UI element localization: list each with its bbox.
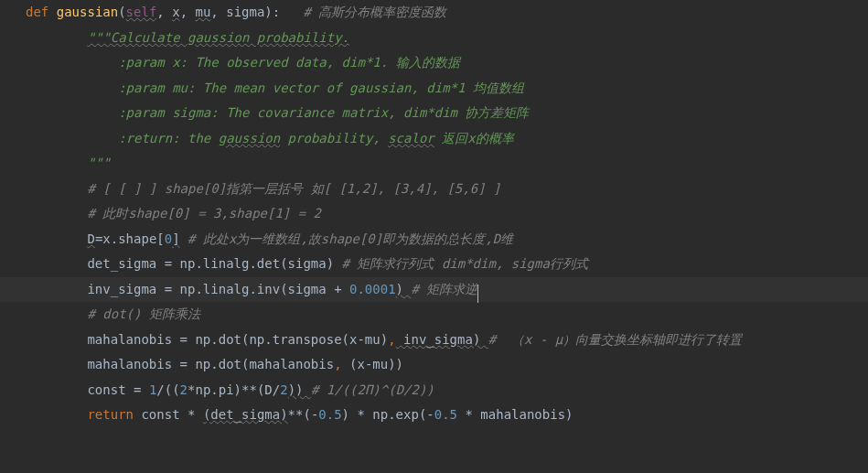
docstring: :return: the: [118, 131, 219, 145]
param-self: self: [126, 5, 157, 19]
indent: [26, 231, 87, 246]
comment: # 矩阵求行列式 dim*dim, sigma行列式: [342, 256, 588, 271]
number: 0.0001: [349, 282, 396, 296]
param: mu: [195, 5, 210, 19]
code-text: inv_sigma = np.linalg.inv(sigma +: [87, 282, 349, 296]
code-text: mahalanobis = np.dot(np.transpose(x-mu): [87, 332, 388, 347]
indent: [26, 30, 87, 45]
docstring-end: """: [87, 156, 110, 170]
indent: [26, 81, 118, 95]
comment: # 此处x为一维数组,故shape[0]即为数据的总长度,D维: [188, 231, 513, 246]
param: sigma: [226, 5, 264, 19]
code-line[interactable]: def gaussian(self, x, mu, sigma): # 高斯分布…: [0, 0, 868, 26]
comment: # 矩阵求逆: [411, 282, 477, 296]
docstring: :param x: The observed data, dim*1. 输入的数…: [118, 55, 459, 70]
code-editor[interactable]: def gaussian(self, x, mu, sigma): # 高斯分布…: [0, 0, 868, 442]
keyword: return: [87, 407, 134, 422]
indent: [26, 181, 87, 196]
docstring: """Calculate gaussion probability.: [87, 30, 349, 45]
indent: [26, 382, 87, 397]
function-name: gaussian: [57, 5, 118, 19]
code-text: inv_sigma): [396, 332, 488, 347]
comma: ,: [210, 5, 226, 19]
code-line[interactable]: :param mu: The mean vector of gaussian, …: [0, 76, 868, 102]
code-line[interactable]: const = 1/((2*np.pi)**(D/2)) # 1/((2Π)^(…: [0, 378, 868, 403]
comma: ,: [388, 332, 395, 347]
indent: [26, 55, 118, 70]
code-text: const *: [134, 407, 203, 422]
comment: # 高斯分布概率密度函数: [304, 5, 447, 19]
code-text: ) * np.exp(-: [342, 407, 434, 422]
indent: [26, 407, 87, 422]
number: 2: [180, 382, 188, 397]
indent: [26, 131, 118, 145]
param: x: [172, 5, 179, 19]
code-text: **(-: [288, 407, 319, 422]
code-line[interactable]: """: [0, 151, 868, 177]
underlined-expr: (det_sigma): [203, 407, 288, 422]
number: 0: [165, 231, 172, 246]
paren: (: [118, 5, 125, 19]
indent: [26, 332, 87, 347]
variable: D: [87, 231, 94, 246]
indent: [26, 156, 87, 170]
indent: [26, 282, 87, 296]
code-line[interactable]: # [ [ ] ] shape[0]指第一层括号 如[ [1,2], [3,4]…: [0, 177, 868, 202]
docstring-typo: scalor: [388, 131, 434, 145]
code-text: * mahalanobis): [457, 407, 573, 422]
comment: # （x - μ）向量交换坐标轴即进行了转置: [488, 332, 742, 347]
code-line[interactable]: # 此时shape[0] = 3,shape[1] = 2: [0, 201, 868, 227]
comma: ,: [156, 5, 172, 19]
code-line[interactable]: return const * (det_sigma)**(-0.5) * np.…: [0, 403, 868, 428]
code-line[interactable]: mahalanobis = np.dot(mahalanobis, (x-mu)…: [0, 352, 868, 378]
text-caret: [477, 285, 478, 303]
number: 2: [280, 382, 287, 397]
comment: # dot() 矩阵乘法: [87, 306, 199, 321]
code-line[interactable]: # dot() 矩阵乘法: [0, 302, 868, 328]
code-line[interactable]: :return: the gaussion probability, scalo…: [0, 126, 868, 152]
comment: # [ [ ] ] shape[0]指第一层括号 如[ [1,2], [3,4]…: [87, 181, 500, 196]
code-line[interactable]: D=x.shape[0] # 此处x为一维数组,故shape[0]即为数据的总长…: [0, 227, 868, 253]
keyword: def: [26, 5, 48, 19]
code-text: *np.pi)**(D/: [188, 382, 280, 397]
docstring: 返回x的概率: [434, 131, 514, 145]
expr: x.shape[: [102, 231, 164, 246]
spacer: [180, 231, 188, 246]
code-line[interactable]: :param sigma: The covariance matrix, dim…: [0, 101, 868, 126]
comment: # 1/((2Π)^(D/2)): [311, 382, 434, 397]
indent: [26, 206, 87, 220]
comment: # 此时shape[0] = 3,shape[1] = 2: [87, 206, 321, 220]
indent: [26, 105, 118, 120]
paren: ):: [264, 5, 280, 19]
code-line-active[interactable]: inv_sigma = np.linalg.inv(sigma + 0.0001…: [0, 277, 868, 303]
code-line[interactable]: :param x: The observed data, dim*1. 输入的数…: [0, 50, 868, 76]
docstring: probability,: [280, 131, 388, 145]
spacer: [280, 5, 303, 19]
comma: ,: [334, 357, 341, 371]
code-line[interactable]: mahalanobis = np.dot(np.transpose(x-mu),…: [0, 328, 868, 353]
code-text: )): [288, 382, 311, 397]
code-text: det_sigma = np.linalg.det(sigma): [87, 256, 341, 271]
docstring: :param sigma: The covariance matrix, dim…: [118, 105, 529, 120]
code-text: ): [396, 282, 412, 296]
code-line[interactable]: """Calculate gaussion probability.: [0, 26, 868, 51]
code-line[interactable]: det_sigma = np.linalg.det(sigma) # 矩阵求行列…: [0, 252, 868, 277]
expr: ]: [172, 231, 179, 246]
indent: [26, 306, 87, 321]
comma: ,: [180, 5, 196, 19]
number: 0.5: [318, 407, 341, 422]
indent: [26, 357, 87, 371]
docstring: :param mu: The mean vector of gaussian, …: [118, 81, 524, 95]
code-text: mahalanobis = np.dot(mahalanobis: [87, 357, 334, 371]
code-text: /((: [156, 382, 179, 397]
code-text: const =: [87, 382, 148, 397]
number: 0.5: [434, 407, 457, 422]
indent: [26, 256, 87, 271]
code-text: (x-mu)): [342, 357, 403, 371]
docstring-typo: gaussion: [219, 131, 280, 145]
